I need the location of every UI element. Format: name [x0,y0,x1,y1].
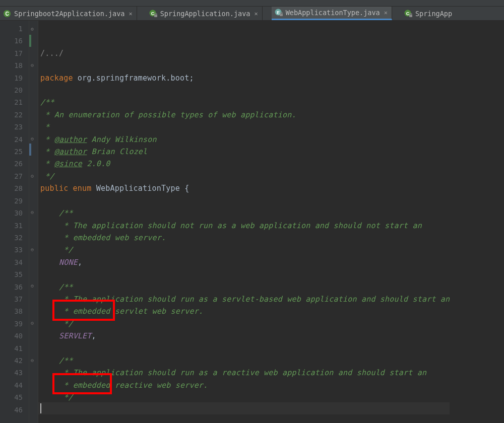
class-icon: C [3,10,11,18]
enum-none: NONE [59,258,78,267]
code-editor[interactable]: 1161718192021222324252627282930313233343… [0,21,504,423]
editor-tab-bar: C Springboot2Application.java ✕ C Spring… [0,7,504,21]
caret [40,403,41,413]
highlight-servlet [52,300,115,321]
class-lock-icon: C [149,10,157,18]
close-icon[interactable]: ✕ [383,9,388,16]
fold-toggle-icon[interactable]: ⊖ [31,59,34,71]
top-toolbar-strip [0,0,504,7]
close-icon[interactable]: ✕ [254,10,258,17]
tab-label: SpringApp [415,10,452,18]
tab-springapp-truncated[interactable]: C SpringApp [401,7,456,20]
highlight-reactive [52,373,112,394]
line-number-gutter: 1161718192021222324252627282930313233343… [0,21,29,423]
svg-text:C: C [151,11,154,16]
tab-webapplicationtype[interactable]: E WebApplicationType.java ✕ [272,7,392,20]
tab-label: Springboot2Application.java [14,10,124,18]
fold-toggle-icon[interactable]: ⊖ [31,354,34,366]
fold-strip: ⊕⊖⊖⊖⊖⊖⊖⊖⊖ [29,21,38,423]
fold-toggle-icon[interactable]: ⊖ [31,243,34,255]
enum-lock-icon: E [275,9,283,17]
fold-toggle-icon[interactable]: ⊖ [31,132,34,145]
enum-servlet: SERVLET [59,331,92,340]
class-lock-icon: C [404,10,412,18]
fold-toggle-icon[interactable]: ⊖ [31,170,34,182]
tab-springboot2application[interactable]: C Springboot2Application.java ✕ [0,7,137,20]
svg-text:C: C [5,11,9,17]
fold-toggle-icon[interactable]: ⊖ [31,279,34,292]
tab-label: WebApplicationType.java [286,9,380,17]
fold-toggle-icon[interactable]: ⊖ [31,206,34,218]
code-area[interactable]: /.../ package org.springframework.boot; … [38,21,450,423]
fold-toggle-icon[interactable]: ⊖ [31,317,34,329]
folded-header: /.../ [40,49,64,58]
svg-text:C: C [406,11,410,16]
close-icon[interactable]: ✕ [128,10,132,17]
fold-toggle-icon[interactable]: ⊕ [31,23,34,35]
tab-label: SpringApplication.java [160,10,250,18]
svg-text:E: E [277,10,280,15]
tab-springapplication[interactable]: C SpringApplication.java ✕ [146,7,263,20]
